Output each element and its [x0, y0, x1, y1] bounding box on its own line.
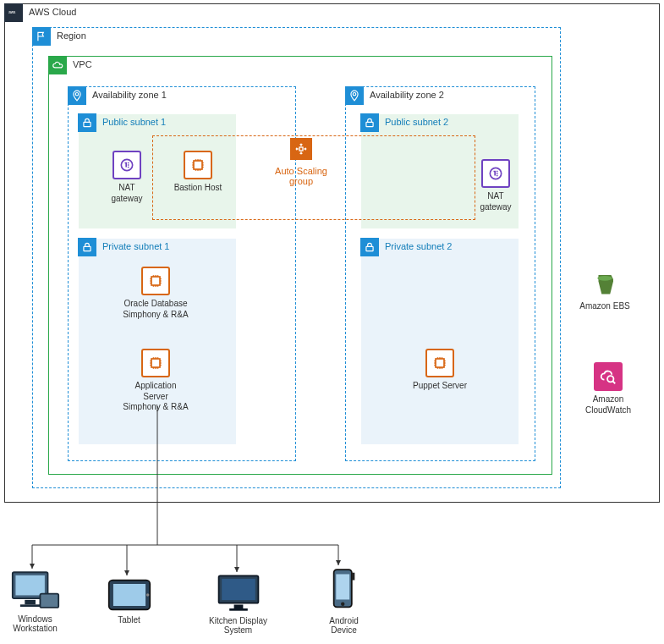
tablet-icon — [107, 578, 151, 612]
svg-rect-26 — [233, 605, 243, 609]
svg-rect-13 — [436, 359, 444, 367]
monitor-icon — [216, 574, 261, 613]
svg-rect-25 — [222, 579, 255, 600]
puppet-server-label: Puppet Server — [406, 381, 474, 392]
cloud-outline-icon — [48, 56, 67, 74]
application-server-label: Application ServerSimphony & R&A — [122, 381, 189, 413]
tablet-label: Tablet — [97, 615, 161, 625]
ec2-instance-icon — [141, 267, 170, 295]
android-device-label: AndroidDevice — [312, 616, 376, 635]
nat-gateway-icon — [112, 151, 141, 179]
az2-label: Availability zone 2 — [370, 90, 444, 100]
tablet-device: Tablet — [97, 578, 161, 625]
svg-rect-5 — [84, 246, 91, 250]
svg-rect-6 — [366, 246, 373, 250]
svg-rect-22 — [112, 584, 145, 606]
ec2-instance-icon — [184, 151, 212, 179]
windows-workstation-label: WindowsWorkstation — [3, 614, 67, 633]
amazon-ebs: Amazon EBS — [571, 269, 639, 312]
amazon-cloudwatch: AmazonCloudWatch — [574, 362, 642, 416]
region-label: Region — [57, 30, 86, 41]
bastion-host-label: Bastion Host — [164, 183, 232, 194]
aws-cloud-label: AWS Cloud — [29, 7, 76, 17]
oracle-database: Oracle DatabaseSimphony & R&A — [122, 267, 189, 320]
svg-rect-20 — [40, 594, 58, 608]
svg-rect-29 — [336, 574, 349, 599]
svg-point-2 — [353, 93, 356, 96]
private-subnet-2-label: Private subnet 2 — [385, 241, 453, 251]
windows-workstation-device: WindowsWorkstation — [3, 570, 67, 633]
svg-rect-18 — [25, 600, 36, 604]
lock-icon — [360, 238, 379, 256]
phone-icon — [332, 567, 357, 613]
application-server: Application ServerSimphony & R&A — [122, 349, 189, 413]
ec2-instance-icon — [141, 349, 170, 377]
svg-rect-27 — [229, 608, 248, 611]
auto-scaling-group-label: Auto Scaling group — [267, 166, 335, 186]
oracle-database-label: Oracle DatabaseSimphony & R&A — [122, 299, 189, 320]
svg-point-14 — [597, 276, 612, 281]
lock-icon — [360, 113, 379, 132]
autoscale-icon — [290, 138, 312, 160]
lock-icon — [78, 113, 96, 132]
nat-gateway-1-label: NATgateway — [93, 183, 161, 204]
public-subnet-1-label: Public subnet 1 — [102, 117, 166, 127]
svg-rect-7 — [299, 147, 303, 151]
aws-logo-icon: aws — [4, 3, 23, 22]
ebs-bucket-icon — [590, 269, 619, 298]
svg-rect-11 — [151, 277, 160, 285]
public-subnet-2-label: Public subnet 2 — [385, 117, 448, 127]
svg-point-23 — [145, 593, 148, 596]
svg-point-15 — [607, 376, 613, 382]
kitchen-display-device: Kitchen DisplaySystem — [206, 574, 270, 635]
amazon-ebs-label: Amazon EBS — [571, 301, 639, 312]
svg-rect-9 — [194, 161, 202, 169]
az1-label: Availability zone 1 — [92, 90, 167, 100]
cloudwatch-icon — [594, 362, 623, 391]
puppet-server: Puppet Server — [406, 349, 474, 392]
private-subnet-2-box: Private subnet 2 — [361, 239, 519, 444]
map-pin-icon — [345, 86, 364, 105]
svg-rect-12 — [151, 359, 160, 367]
nat-gateway-icon — [481, 159, 510, 188]
lock-icon — [78, 238, 96, 256]
svg-rect-19 — [19, 604, 40, 607]
amazon-cloudwatch-label: AmazonCloudWatch — [574, 394, 642, 416]
nat-gateway-2-label: NATgateway — [462, 191, 530, 212]
nat-gateway-1: NATgateway — [93, 151, 161, 204]
diagram-canvas: aws AWS Cloud Region VPC Availability zo… — [0, 0, 664, 644]
private-subnet-1-label: Private subnet 1 — [102, 241, 170, 251]
svg-point-30 — [341, 603, 344, 606]
ec2-instance-icon — [425, 349, 454, 377]
svg-rect-3 — [84, 122, 91, 126]
svg-rect-17 — [15, 575, 44, 596]
svg-rect-31 — [351, 573, 354, 581]
svg-rect-4 — [366, 122, 373, 126]
android-device: AndroidDevice — [312, 567, 376, 635]
flag-icon — [32, 27, 51, 46]
svg-point-1 — [75, 93, 79, 96]
vpc-label: VPC — [73, 59, 92, 69]
map-pin-icon — [68, 86, 86, 105]
svg-text:aws: aws — [8, 10, 16, 14]
kitchen-display-label: Kitchen DisplaySystem — [206, 616, 270, 635]
nat-gateway-2: NATgateway — [462, 159, 530, 212]
monitor-icon — [11, 570, 60, 611]
bastion-host: Bastion Host — [164, 151, 232, 194]
